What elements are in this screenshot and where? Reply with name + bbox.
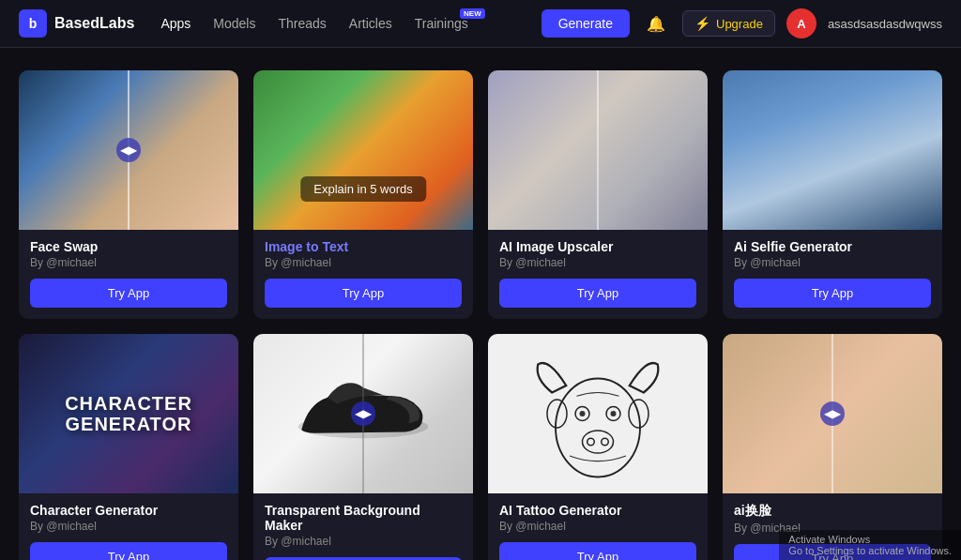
card-image-tattoo	[488, 334, 708, 493]
card-image-image-to-text: Explain in 5 words	[253, 70, 473, 230]
app-title-ai-upscaler: AI Image Upscaler	[499, 239, 696, 254]
avatar[interactable]: A	[786, 8, 816, 38]
card-image-ai-upscaler	[488, 70, 708, 230]
upgrade-button[interactable]: ⚡ Upgrade	[682, 10, 775, 37]
app-card-image-to-text[interactable]: Explain in 5 words Image to Text By @mic…	[253, 70, 473, 319]
app-card-ai-upscaler[interactable]: AI Image Upscaler By @michael Try App	[488, 70, 708, 319]
navbar: b BasedLabs Apps Models Threads Articles…	[0, 0, 961, 48]
app-title-tattoo: AI Tattoo Generator	[499, 503, 696, 518]
app-title-image-to-text: Image to Text	[265, 239, 462, 254]
card-image-face-swap: ◀▶	[19, 70, 238, 230]
username[interactable]: asasdsasdasdwqwss	[828, 17, 942, 31]
svg-point-1	[556, 379, 640, 477]
svg-point-6	[580, 411, 586, 416]
nav-link-trainings[interactable]: Trainings NEW	[415, 16, 468, 31]
brand-logo[interactable]: b BasedLabs	[19, 9, 134, 38]
nav-link-articles[interactable]: Articles	[349, 16, 392, 31]
app-author-transparent-bg: By @michael	[265, 535, 462, 548]
app-card-character[interactable]: CHARACTERGENERATOR Character Generator B…	[19, 334, 238, 560]
svg-point-10	[602, 438, 609, 446]
app-author-ai-upscaler: By @michael	[499, 256, 696, 269]
try-app-button-face-swap[interactable]: Try App	[30, 279, 227, 308]
nav-link-apps[interactable]: Apps	[160, 16, 191, 31]
nav-link-threads[interactable]: Threads	[278, 16, 326, 31]
card-image-ai-face-cn: ◀▶	[723, 334, 942, 493]
try-app-button-ai-upscaler[interactable]: Try App	[499, 279, 696, 308]
app-author-character: By @michael	[30, 520, 227, 533]
svg-point-7	[611, 411, 617, 416]
slider-arrow-icon-bg: ◀▶	[351, 401, 375, 426]
card-image-transparent-bg: ◀▶	[253, 334, 473, 493]
upgrade-icon: ⚡	[694, 16, 710, 31]
apps-grid: ◀▶ Face Swap By @michael Try App Explain…	[19, 70, 942, 560]
try-app-button-ai-selfie[interactable]: Try App	[734, 279, 931, 308]
slider-arrow-icon-cn: ◀▶	[820, 401, 845, 426]
bell-icon[interactable]: 🔔	[641, 8, 671, 38]
app-card-ai-selfie[interactable]: Ai Selfie Generator By @michael Try App	[723, 70, 942, 319]
app-card-ai-face-cn[interactable]: ◀▶ ai换脸 By @michael Try App	[723, 334, 942, 560]
app-author-tattoo: By @michael	[499, 520, 696, 533]
nav-link-models[interactable]: Models	[213, 16, 255, 31]
app-author-ai-selfie: By @michael	[734, 256, 931, 269]
svg-point-9	[587, 438, 595, 446]
character-text: CHARACTERGENERATOR	[65, 393, 192, 434]
app-title-ai-face-cn: ai换脸	[734, 503, 931, 520]
card-image-ai-selfie	[723, 70, 942, 230]
app-card-tattoo[interactable]: AI Tattoo Generator By @michael Try App	[488, 334, 708, 560]
try-app-button-tattoo[interactable]: Try App	[499, 542, 696, 560]
app-card-face-swap[interactable]: ◀▶ Face Swap By @michael Try App	[19, 70, 238, 319]
nav-right: Generate 🔔 ⚡ Upgrade A asasdsasdasdwqwss	[542, 8, 942, 38]
new-badge: NEW	[460, 8, 485, 19]
image-overlay-text: Explain in 5 words	[300, 176, 426, 202]
nav-links: Apps Models Threads Articles Trainings N…	[160, 16, 467, 31]
try-app-button-image-to-text[interactable]: Try App	[265, 279, 462, 308]
app-title-face-swap: Face Swap	[30, 239, 227, 254]
app-card-transparent-bg[interactable]: ◀▶ Transparent Background Maker By @mich…	[253, 334, 473, 560]
app-title-transparent-bg: Transparent Background Maker	[265, 503, 462, 533]
app-author-image-to-text: By @michael	[265, 256, 462, 269]
windows-activate-watermark: Activate Windows Go to Settings to activ…	[779, 530, 961, 560]
slider-arrow-icon: ◀▶	[116, 138, 141, 162]
try-app-button-character[interactable]: Try App	[30, 542, 227, 560]
logo-icon: b	[19, 9, 47, 38]
generate-button[interactable]: Generate	[542, 9, 630, 38]
app-author-face-swap: By @michael	[30, 256, 227, 269]
app-title-ai-selfie: Ai Selfie Generator	[734, 239, 931, 254]
brand-name: BasedLabs	[54, 15, 134, 32]
card-image-character: CHARACTERGENERATOR	[19, 334, 238, 493]
app-title-character: Character Generator	[30, 503, 227, 518]
main-content: ◀▶ Face Swap By @michael Try App Explain…	[0, 48, 961, 560]
